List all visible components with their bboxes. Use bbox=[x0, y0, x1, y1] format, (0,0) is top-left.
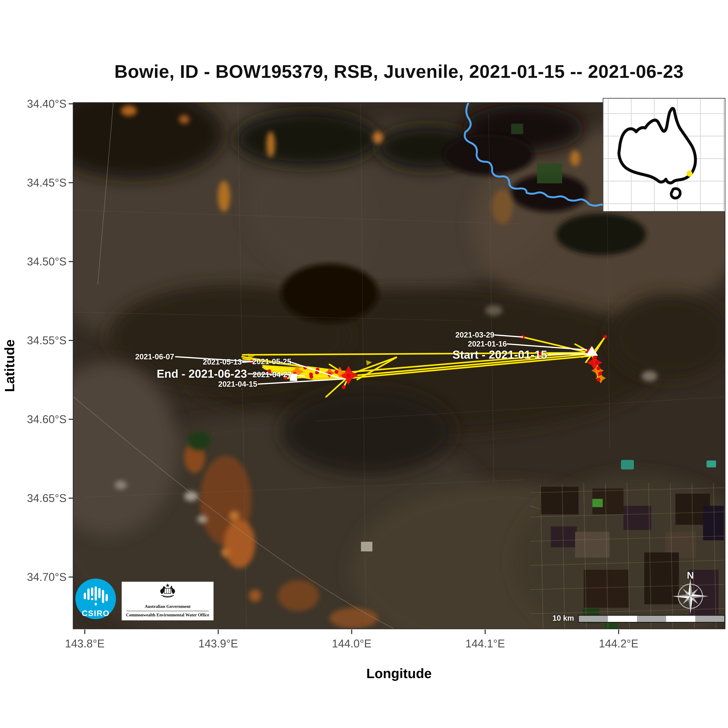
scale-segment bbox=[666, 616, 695, 622]
y-tick-label: 34.65°S bbox=[27, 492, 67, 505]
scale-bar bbox=[578, 615, 725, 622]
annotation-date: 2021-05-13 bbox=[203, 358, 242, 366]
x-tick-label: 143.8°E bbox=[65, 637, 104, 650]
annotation-date: 2021-01-16 bbox=[468, 340, 507, 348]
page-title: Bowie, ID - BOW195379, RSB, Juvenile, 20… bbox=[115, 61, 684, 82]
scale-segment bbox=[637, 616, 666, 622]
government-logo: Australian Government Commonwealth Envir… bbox=[122, 582, 214, 620]
x-tick-label: 144.2°E bbox=[599, 637, 638, 650]
csiro-logo-text: CSIRO bbox=[82, 609, 110, 618]
y-axis-title: Latitude bbox=[2, 340, 17, 392]
y-tick bbox=[69, 498, 73, 499]
annotation-start: Start - 2021-01-15 bbox=[453, 348, 547, 361]
x-tick bbox=[351, 630, 352, 634]
australia-outline bbox=[603, 99, 725, 211]
government-logo-line1: Australian Government bbox=[145, 604, 191, 609]
x-tick-label: 143.9°E bbox=[199, 637, 238, 650]
y-tick bbox=[69, 577, 73, 578]
government-logo-line2: Commonwealth Environmental Water Office bbox=[126, 613, 209, 618]
figure-canvas: Bowie, ID - BOW195379, RSB, Juvenile, 20… bbox=[0, 0, 728, 728]
y-tick bbox=[69, 103, 73, 104]
government-logo-divider bbox=[127, 611, 209, 611]
annotation-date: 2021-03-29 bbox=[455, 330, 494, 339]
x-tick bbox=[618, 630, 619, 634]
y-tick-label: 34.40°S bbox=[27, 98, 67, 110]
inset-australia-map bbox=[603, 98, 725, 212]
x-axis-title: Longitude bbox=[366, 665, 432, 681]
y-tick bbox=[69, 182, 73, 183]
y-tick-label: 34.45°S bbox=[27, 176, 67, 189]
coat-of-arms-icon bbox=[153, 583, 182, 603]
x-tick-label: 144.1°E bbox=[465, 637, 505, 650]
annotation-date: 2021-04-15 bbox=[218, 380, 257, 388]
y-tick-label: 34.50°S bbox=[27, 255, 67, 268]
annotation-date: 2021-04-27 bbox=[252, 370, 292, 379]
y-tick bbox=[69, 419, 73, 420]
annotation-date: 2021-06-07 bbox=[135, 352, 174, 361]
y-tick-label: 34.70°S bbox=[27, 570, 67, 583]
inset-location-dot bbox=[687, 171, 693, 177]
x-tick bbox=[218, 630, 219, 634]
scale-segment bbox=[695, 616, 724, 622]
compass-rose-icon bbox=[670, 575, 711, 617]
y-tick-label: 34.55°S bbox=[27, 334, 67, 347]
scale-bar-label: 10 km bbox=[552, 614, 574, 622]
x-tick bbox=[84, 630, 85, 634]
scale-segment bbox=[579, 616, 608, 622]
scale-segment bbox=[608, 616, 637, 622]
y-tick-label: 34.60°S bbox=[27, 413, 67, 426]
x-tick-label: 144.0°E bbox=[332, 637, 372, 650]
annotation-date: 2021-05-25 bbox=[252, 357, 291, 366]
y-tick bbox=[69, 340, 73, 341]
x-tick bbox=[485, 630, 486, 634]
annotation-end: End - 2021-06-23 bbox=[157, 367, 247, 380]
y-tick bbox=[69, 261, 73, 262]
